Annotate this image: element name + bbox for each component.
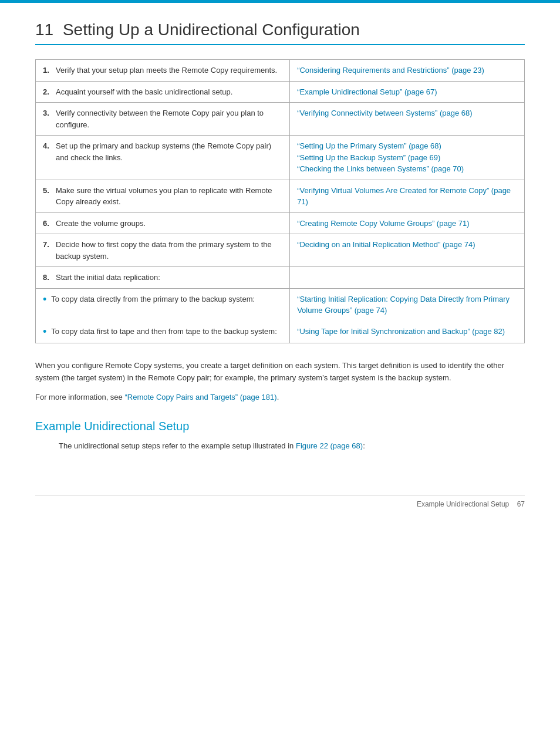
chapter-number: 11 bbox=[35, 21, 53, 39]
table-row: 2. Acquaint yourself with the basic unid… bbox=[36, 81, 525, 103]
step-link[interactable]: “Verifying Connectivity between Systems”… bbox=[297, 109, 472, 117]
step-link[interactable]: “Creating Remote Copy Volume Groups” (pa… bbox=[297, 219, 469, 228]
step-number: 7. bbox=[43, 239, 53, 262]
step-number: 5. bbox=[43, 185, 53, 208]
page-content: 11 Setting Up a Unidirectional Configura… bbox=[0, 3, 560, 495]
footer-text: Example Unidirectional Setup bbox=[417, 500, 509, 508]
step-text: Set up the primary and backup systems (t… bbox=[56, 140, 282, 163]
step-number: 6. bbox=[43, 218, 53, 229]
step-text: Create the volume groups. bbox=[56, 218, 146, 229]
table-row: 3. Verify connectivity between the Remot… bbox=[36, 103, 525, 136]
step-link[interactable]: “Checking the Links between Systems” (pa… bbox=[297, 164, 464, 173]
step-number: 4. bbox=[43, 140, 53, 163]
bullet-text: To copy data directly from the primary t… bbox=[51, 293, 255, 305]
step-link[interactable]: “Example Unidirectional Setup” (page 67) bbox=[297, 87, 437, 96]
step-link[interactable]: “Setting Up the Backup System” (page 69) bbox=[297, 153, 440, 162]
bullet-icon: • bbox=[43, 326, 46, 339]
step-text: Verify that your setup plan meets the Re… bbox=[56, 65, 277, 76]
chapter-title-text: Setting Up a Unidirectional Configuratio… bbox=[63, 21, 360, 39]
figure-link[interactable]: Figure 22 (page 68) bbox=[296, 441, 363, 450]
table-row: • To copy data directly from the primary… bbox=[36, 288, 525, 321]
table-row: 4. Set up the primary and backup systems… bbox=[36, 136, 525, 180]
step-link[interactable]: “Using Tape for Initial Synchronization … bbox=[297, 327, 505, 336]
section-paragraph: The unidirectional setup steps refer to … bbox=[35, 440, 525, 453]
step-number: 1. bbox=[43, 65, 53, 76]
step-link[interactable]: “Setting Up the Primary System” (page 68… bbox=[297, 141, 441, 150]
step-number: 2. bbox=[43, 86, 53, 98]
step-link[interactable]: “Verifying Virtual Volumes Are Created f… bbox=[297, 186, 511, 207]
remote-copy-pairs-link[interactable]: “Remote Copy Pairs and Targets” (page 18… bbox=[124, 393, 276, 401]
step-number: 3. bbox=[43, 107, 53, 130]
step-text: Verify connectivity between the Remote C… bbox=[56, 107, 282, 130]
table-row: 6. Create the volume groups. “Creating R… bbox=[36, 212, 525, 234]
setup-table: 1. Verify that your setup plan meets the… bbox=[35, 59, 525, 343]
table-row: 5. Make sure the virtual volumes you pla… bbox=[36, 180, 525, 212]
body-paragraph-2: For more information, see “Remote Copy P… bbox=[35, 391, 525, 404]
step-link[interactable]: “Deciding on an Initial Replication Meth… bbox=[297, 240, 475, 249]
bullet-text: To copy data first to tape and then from… bbox=[51, 326, 276, 337]
table-row: 1. Verify that your setup plan meets the… bbox=[36, 60, 525, 82]
chapter-title: 11 Setting Up a Unidirectional Configura… bbox=[35, 21, 525, 45]
table-row: • To copy data first to tape and then fr… bbox=[36, 321, 525, 343]
table-row: 8. Start the initial data replication: bbox=[36, 267, 525, 289]
bullet-icon: • bbox=[43, 293, 46, 306]
section-p-suffix: : bbox=[363, 441, 365, 450]
step-text: Make sure the virtual volumes you plan t… bbox=[56, 185, 282, 208]
body-paragraph-1: When you configure Remote Copy systems, … bbox=[35, 360, 525, 384]
step-link[interactable]: “Considering Requirements and Restrictio… bbox=[297, 66, 484, 75]
step-text: Start the initial data replication: bbox=[56, 272, 160, 283]
footer-page: 67 bbox=[517, 500, 525, 508]
section-heading: Example Unidirectional Setup bbox=[35, 420, 525, 433]
step-number: 8. bbox=[43, 272, 53, 283]
step-text: Acquaint yourself with the basic unidire… bbox=[56, 86, 232, 98]
section-p-prefix: The unidirectional setup steps refer to … bbox=[59, 441, 296, 450]
step-text: Decide how to first copy the data from t… bbox=[56, 239, 282, 262]
body-p2-suffix: . bbox=[277, 393, 279, 401]
step-link[interactable]: “Starting Initial Replication: Copying D… bbox=[297, 295, 510, 315]
body-p2-prefix: For more information, see bbox=[35, 393, 124, 401]
table-row: 7. Decide how to first copy the data fro… bbox=[36, 234, 525, 267]
